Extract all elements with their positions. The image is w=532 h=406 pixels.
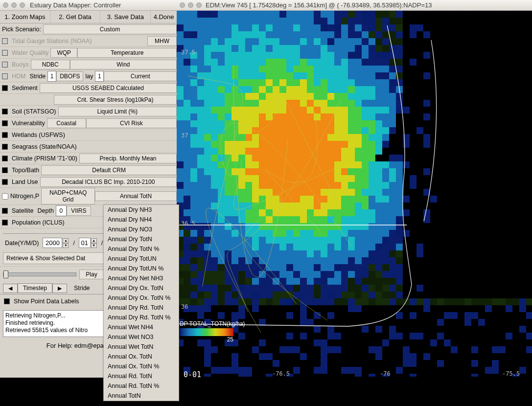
minimize-icon[interactable]	[11, 2, 17, 8]
save-data-button[interactable]: 3. Save Data	[100, 11, 151, 23]
hdm-toggle[interactable]	[2, 73, 8, 79]
wetlands-toggle[interactable]	[2, 132, 8, 138]
dropdown-item[interactable]: Annual Dry Rd. TotN	[104, 303, 179, 313]
dropdown-item[interactable]: Annual Dry Ox. TotN %	[104, 293, 179, 303]
dropdown-item[interactable]: Annual Ox. TotN	[104, 352, 179, 361]
crit-shear-button[interactable]: Crit. Shear Stress (log10kPa)	[54, 95, 177, 105]
seagrass-toggle[interactable]	[2, 144, 8, 150]
sediment-toggle[interactable]	[2, 85, 8, 91]
year-input[interactable]	[43, 238, 62, 248]
iclus-button[interactable]: Decadal ICLUS BC Imp. 2010-2100	[40, 177, 177, 187]
dropdown-item[interactable]: Annual Dry TotUN %	[104, 264, 179, 273]
dropdown-item[interactable]: Annual Wet NH4	[104, 322, 179, 332]
waterq-toggle[interactable]	[2, 50, 8, 56]
temperature-button[interactable]: Temperature	[77, 48, 177, 58]
dropdown-item[interactable]: Annual TotN	[104, 391, 179, 401]
mhw-button[interactable]: MHW	[147, 36, 177, 46]
dropdown-item[interactable]: Annual Dry Rd. TotN %	[104, 313, 179, 322]
scenario-button[interactable]: Custom	[43, 24, 177, 34]
nitrogen-checkbox[interactable]	[2, 193, 8, 200]
map-titlebar: EDM:View 745 [ 1.75428deg = 156.341km] @…	[177, 0, 532, 11]
dropdown-item[interactable]: Annual Ox. TotN %	[104, 361, 179, 371]
usgs-button[interactable]: USGS SEABED Calculated	[40, 83, 177, 93]
prev-button[interactable]: ◀	[3, 284, 18, 293]
show-point-label: Show Point Data Labels	[12, 296, 81, 306]
wind-button[interactable]: Wind	[70, 60, 177, 69]
legend-max: 25	[180, 336, 233, 343]
next-button[interactable]: ▶	[52, 284, 67, 293]
satellite-toggle[interactable]	[2, 208, 8, 214]
dropdown-item[interactable]: Annual Rd. TotN	[104, 371, 179, 381]
nadp-button[interactable]: NADP+CMAQ Grid	[41, 188, 95, 204]
soil-label: Soil (STATSGO)	[10, 107, 58, 116]
dropdown-item[interactable]: Annual Dry TotN	[104, 234, 179, 244]
precip-button[interactable]: Precip. Monthly Mean	[79, 154, 177, 163]
depth-input[interactable]	[56, 205, 67, 216]
ndbc-button[interactable]: NDBC	[31, 60, 70, 69]
landuse-toggle[interactable]	[2, 179, 8, 185]
annual-totn-button[interactable]: Annual TotN	[95, 191, 177, 201]
get-data-button[interactable]: 2. Get Data	[50, 11, 101, 23]
close-icon[interactable]	[3, 2, 8, 8]
wqp-button[interactable]: WQP	[50, 48, 77, 58]
show-point-toggle[interactable]	[4, 298, 10, 304]
controller-titlebar: Estuary Data Mapper: Controller	[0, 0, 177, 11]
dropdown-item[interactable]: Annual Dry TotUN	[104, 254, 179, 264]
topo-toggle[interactable]	[2, 167, 8, 173]
vuln-toggle[interactable]	[2, 120, 8, 126]
buoys-toggle[interactable]	[2, 62, 8, 68]
stride-input[interactable]	[47, 71, 56, 82]
current-button[interactable]: Current	[104, 71, 177, 81]
zoom-icon[interactable]	[196, 2, 202, 8]
buoys-label: Buoys	[10, 60, 31, 69]
dropdown-item[interactable]: Annual Wet TotN	[104, 342, 179, 352]
liquid-limit-button[interactable]: Liquid Limit (%)	[58, 107, 177, 116]
slider-thumb[interactable]	[3, 271, 8, 278]
year-down-button[interactable]: ▼	[63, 243, 69, 248]
sediment-label: Sediment	[10, 83, 40, 93]
dropdown-item[interactable]: Annual Dry NH4	[104, 215, 179, 225]
zoom-icon[interactable]	[20, 2, 25, 8]
waterq-label: Water Quality	[10, 48, 50, 58]
month-input[interactable]	[79, 238, 91, 248]
crm-button[interactable]: Default CRM	[41, 165, 177, 175]
soil-toggle[interactable]	[2, 109, 8, 114]
close-icon[interactable]	[180, 2, 185, 8]
date-stamp: 0-01	[184, 370, 201, 379]
minimize-icon[interactable]	[188, 2, 193, 8]
dropdown-item[interactable]: Annual Dry NH3	[104, 205, 179, 215]
dropdown-item[interactable]: Annual Dry NO3	[104, 225, 179, 234]
climate-label: Climate (PRISM '71-'00)	[10, 154, 79, 163]
year-up-button[interactable]: ▲	[63, 238, 69, 243]
coastal-button[interactable]: Coastal	[47, 118, 86, 128]
play-slider[interactable]	[3, 272, 76, 276]
annual-totn-dropdown[interactable]: Annual Dry NH3Annual Dry NH4Annual Dry N…	[103, 204, 179, 401]
lay-input[interactable]	[95, 71, 104, 82]
seagrass-label: Seagrass (State/NOAA)	[10, 142, 79, 152]
zoom-maps-button[interactable]: 1. Zoom Maps	[0, 11, 50, 23]
dbofs-button[interactable]: DBOFS	[56, 71, 83, 81]
dropdown-item[interactable]: Annual Dry TotN %	[104, 244, 179, 254]
month-down-button[interactable]: ▼	[91, 243, 97, 248]
satellite-label: Satellite	[10, 206, 35, 216]
done-button[interactable]: 4.Done	[151, 11, 177, 23]
cvi-button[interactable]: CVI Risk	[86, 118, 177, 128]
dropdown-item[interactable]: Annual Dry Ox. TotN	[104, 283, 179, 293]
hdm-label: HDM	[10, 71, 27, 81]
dropdown-item[interactable]: Annual Dry Net NH3	[104, 273, 179, 283]
stride-label: Stride	[27, 71, 47, 81]
stride2-label: Stride	[72, 283, 92, 293]
dropdown-item[interactable]: Annual Wet NO3	[104, 332, 179, 342]
dropdown-item[interactable]: Annual Rd. TotN %	[104, 381, 179, 391]
month-up-button[interactable]: ▲	[91, 238, 97, 243]
tidal-toggle[interactable]	[2, 38, 8, 44]
vuln-label: Vulnerability	[10, 118, 47, 128]
play-button[interactable]: Play	[79, 270, 104, 279]
climate-toggle[interactable]	[2, 156, 8, 161]
depth-label: Depth	[35, 206, 55, 216]
timestep-label: Timestep	[18, 283, 52, 293]
map-title: EDM:View 745 [ 1.75428deg = 156.341km] @…	[206, 1, 432, 9]
viirs-button[interactable]: VIIRS	[67, 206, 91, 216]
population-toggle[interactable]	[2, 220, 8, 226]
date-sep1: /	[71, 238, 76, 248]
